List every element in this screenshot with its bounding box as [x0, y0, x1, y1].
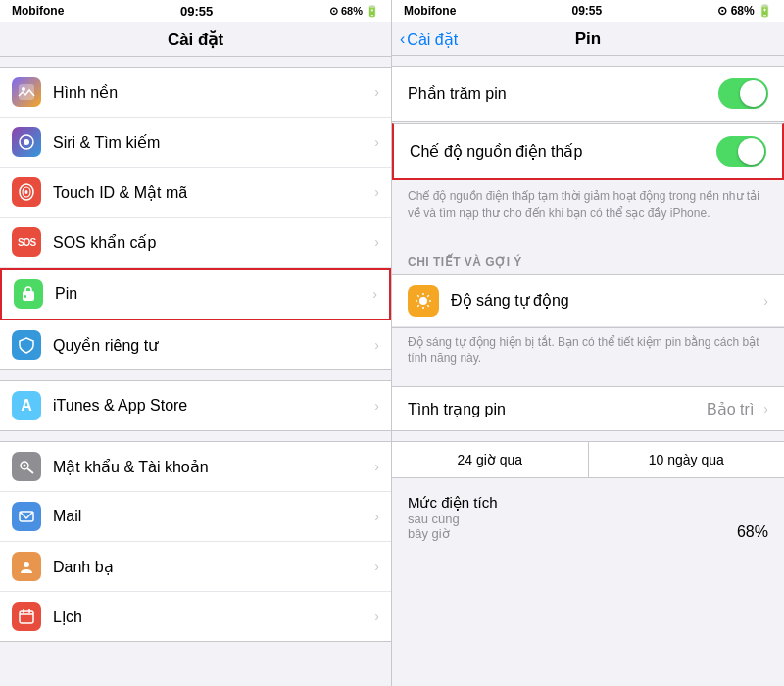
sos-icon: SOS — [12, 227, 41, 257]
settings-item-sos[interactable]: SOS SOS khẩn cấp › — [0, 218, 391, 268]
phan-tram-section: Phần trăm pin — [392, 66, 784, 122]
tab-10d[interactable]: 10 ngày qua — [589, 442, 785, 477]
che-do-section: Chế độ nguồn điện thấp Chế độ nguồn điện… — [392, 123, 784, 231]
password-chevron: › — [374, 459, 379, 474]
settings-group-3: Mật khẩu & Tài khoản › Mail › — [0, 441, 391, 642]
svg-rect-7 — [23, 291, 34, 301]
phan-tram-toggle-knob — [740, 80, 766, 107]
mail-icon — [12, 502, 41, 531]
calendar-icon — [12, 602, 41, 631]
settings-list: Hình nền › Siri & Tìm kiếm › — [0, 57, 391, 686]
settings-item-wallpaper[interactable]: Hình nền › — [0, 68, 391, 118]
phan-tram-row[interactable]: Phần trăm pin — [392, 67, 784, 121]
tab-24h[interactable]: 24 giờ qua — [392, 442, 589, 477]
siri-chevron: › — [374, 134, 379, 150]
left-status-bar: Mobifone 09:55 ⊙ 68% 🔋 — [0, 0, 391, 22]
settings-item-pin[interactable]: Pin › — [0, 268, 391, 320]
settings-item-privacy[interactable]: Quyền riêng tư › — [0, 320, 391, 369]
settings-group-1: Hình nền › Siri & Tìm kiếm › — [0, 67, 391, 370]
left-carrier: Mobifone — [12, 4, 64, 18]
back-button[interactable]: ‹ Cài đặt — [400, 30, 458, 49]
siri-icon — [12, 127, 41, 157]
do-sang-label: Độ sáng tự động — [451, 291, 758, 310]
itunes-icon: A — [12, 391, 41, 420]
do-sang-description: Độ sáng tự động hiện bị tắt. Bạn có thể … — [392, 328, 784, 377]
tinh-trang-row[interactable]: Tình trạng pin Bảo trì › — [392, 387, 784, 430]
calendar-chevron: › — [374, 609, 379, 624]
right-status-icons: ⊙ 68% 🔋 — [717, 4, 772, 18]
svg-point-10 — [24, 465, 26, 467]
contacts-chevron: › — [374, 559, 379, 574]
settings-item-contacts[interactable]: Danh bạ › — [0, 542, 391, 592]
left-time: 09:55 — [180, 4, 213, 19]
che-do-description: Chế độ nguồn điện thấp tạm thời giảm hoạ… — [392, 182, 784, 231]
settings-item-mail[interactable]: Mail › — [0, 492, 391, 542]
right-status-bar: Mobifone 09:55 ⊙ 68% 🔋 — [392, 0, 784, 22]
muc-row: Mức điện tích sau cùng bây giờ 68% — [392, 486, 784, 549]
svg-point-3 — [24, 139, 29, 145]
settings-item-calendar[interactable]: Lịch › — [0, 592, 391, 641]
svg-point-13 — [24, 562, 29, 567]
do-sang-row[interactable]: Độ sáng tự động › — [392, 275, 784, 327]
settings-item-password[interactable]: Mật khẩu & Tài khoản › — [0, 442, 391, 492]
pin-label: Pin — [55, 285, 367, 303]
back-label: Cài đặt — [407, 30, 458, 49]
settings-item-itunes[interactable]: A iTunes & App Store › — [0, 381, 391, 430]
chi-tiet-header: CHI TIẾT VÀ GỢI Ý — [392, 241, 784, 274]
do-sang-row-group: Độ sáng tự động › — [392, 274, 784, 328]
privacy-icon — [12, 330, 41, 360]
touchid-chevron: › — [374, 184, 379, 200]
left-status-icons: ⊙ 68% 🔋 — [329, 5, 379, 18]
svg-rect-14 — [20, 611, 33, 623]
muc-label: Mức điện tích — [408, 494, 498, 512]
sos-chevron: › — [374, 234, 379, 250]
settings-item-siri[interactable]: Siri & Tìm kiếm › — [0, 118, 391, 168]
svg-line-26 — [427, 295, 429, 297]
do-sang-chevron: › — [763, 293, 768, 309]
time-tabs: 24 giờ qua 10 ngày qua — [392, 441, 784, 478]
muc-sub2: bây giờ — [408, 526, 498, 541]
itunes-chevron: › — [374, 398, 379, 414]
privacy-chevron: › — [374, 337, 379, 353]
bao-tri-value: Bảo trì — [707, 400, 754, 418]
pin-chevron: › — [372, 286, 377, 302]
svg-point-6 — [25, 190, 28, 194]
che-do-row[interactable]: Chế độ nguồn điện thấp — [394, 124, 782, 178]
che-do-toggle[interactable] — [716, 136, 766, 167]
wallpaper-icon — [12, 77, 41, 107]
back-chevron-icon: ‹ — [400, 30, 405, 48]
right-title: Pin — [575, 29, 601, 49]
right-content: Phần trăm pin Chế độ nguồn điện thấp Chế… — [392, 56, 784, 686]
contacts-icon — [12, 552, 41, 581]
right-nav-header: ‹ Cài đặt Pin — [392, 22, 784, 56]
left-nav-header: Cài đặt — [0, 22, 391, 57]
password-label: Mật khẩu & Tài khoản — [53, 458, 368, 476]
mail-label: Mail — [53, 508, 368, 525]
svg-point-1 — [22, 87, 25, 91]
brightness-icon — [408, 285, 439, 317]
siri-label: Siri & Tìm kiếm — [53, 133, 368, 152]
privacy-label: Quyền riêng tư — [53, 336, 368, 355]
mail-chevron: › — [374, 509, 379, 524]
wallpaper-chevron: › — [374, 84, 379, 100]
left-title: Cài đặt — [168, 30, 223, 49]
calendar-label: Lịch — [53, 608, 368, 626]
svg-rect-8 — [24, 295, 26, 298]
phan-tram-toggle[interactable] — [718, 78, 768, 109]
settings-item-touchid[interactable]: Touch ID & Mật mã › — [0, 168, 391, 218]
right-time: 09:55 — [571, 4, 602, 18]
phan-tram-label: Phần trăm pin — [408, 84, 718, 103]
che-do-highlighted-group: Chế độ nguồn điện thấp — [392, 123, 784, 180]
svg-point-18 — [419, 297, 427, 305]
tinh-trang-chevron: › — [763, 401, 768, 416]
muc-value: 68% — [737, 523, 768, 541]
muc-sub: sau cùng — [408, 512, 498, 526]
chi-tiet-section: CHI TIẾT VÀ GỢI Ý — [392, 241, 784, 377]
muc-dien-tich-section: Mức điện tích sau cùng bây giờ 68% — [392, 478, 784, 557]
contacts-label: Danh bạ — [53, 558, 368, 576]
right-carrier: Mobifone — [404, 4, 456, 18]
muc-left: Mức điện tích sau cùng bây giờ — [408, 494, 498, 541]
svg-line-23 — [417, 295, 419, 297]
che-do-label: Chế độ nguồn điện thấp — [410, 142, 716, 161]
wallpaper-label: Hình nền — [53, 83, 368, 102]
